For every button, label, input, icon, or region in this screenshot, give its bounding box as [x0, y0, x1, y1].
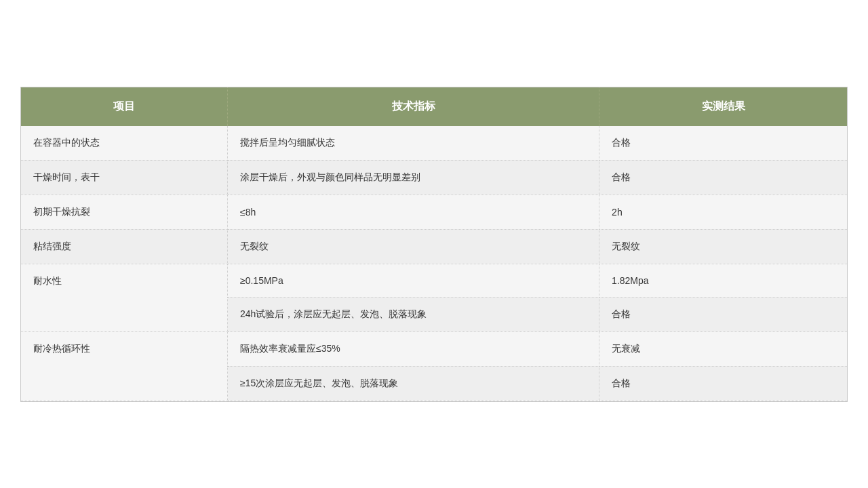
cell-result: 无衰减: [599, 331, 847, 366]
table-row: 干燥时间，表干涂层干燥后，外观与颜色同样品无明显差别合格: [21, 160, 847, 195]
main-table-wrapper: 项目 技术指标 实测结果 在容器中的状态搅拌后呈均匀细腻状态合格干燥时间，表干涂…: [20, 87, 848, 402]
cell-tech: 24h试验后，涂层应无起层、发泡、脱落现象: [228, 297, 599, 331]
table-row: 粘结强度无裂纹无裂纹: [21, 229, 847, 264]
cell-tech: 隔热效率衰减量应≤35%: [228, 331, 599, 366]
cell-item: 初期干燥抗裂: [21, 195, 228, 229]
header-tech: 技术指标: [228, 87, 599, 126]
cell-item: 耐水性: [21, 264, 228, 331]
table-row: 初期干燥抗裂≤8h2h: [21, 195, 847, 229]
table-row: 耐冷热循环性隔热效率衰减量应≤35%无衰减: [21, 331, 847, 366]
cell-tech: ≤8h: [228, 195, 599, 229]
cell-tech: 涂层干燥后，外观与颜色同样品无明显差别: [228, 160, 599, 195]
table-row: 耐水性≥0.15MPa1.82Mpa: [21, 264, 847, 297]
header-result: 实测结果: [599, 87, 847, 126]
cell-item: 干燥时间，表干: [21, 160, 228, 195]
cell-result: 2h: [599, 195, 847, 229]
cell-result: 无裂纹: [599, 229, 847, 264]
cell-item: 粘结强度: [21, 229, 228, 264]
cell-tech: ≥0.15MPa: [228, 264, 599, 297]
header-item: 项目: [21, 87, 228, 126]
table-header-row: 项目 技术指标 实测结果: [21, 87, 847, 126]
cell-tech: ≥15次涂层应无起层、发泡、脱落现象: [228, 366, 599, 401]
cell-tech: 无裂纹: [228, 229, 599, 264]
cell-result: 合格: [599, 297, 847, 331]
cell-item: 在容器中的状态: [21, 126, 228, 161]
cell-result: 合格: [599, 366, 847, 401]
cell-result: 合格: [599, 126, 847, 161]
cell-item: 耐冷热循环性: [21, 331, 228, 401]
cell-result: 1.82Mpa: [599, 264, 847, 297]
data-table: 项目 技术指标 实测结果 在容器中的状态搅拌后呈均匀细腻状态合格干燥时间，表干涂…: [21, 87, 847, 401]
table-row: 在容器中的状态搅拌后呈均匀细腻状态合格: [21, 126, 847, 161]
cell-result: 合格: [599, 160, 847, 195]
cell-tech: 搅拌后呈均匀细腻状态: [228, 126, 599, 161]
